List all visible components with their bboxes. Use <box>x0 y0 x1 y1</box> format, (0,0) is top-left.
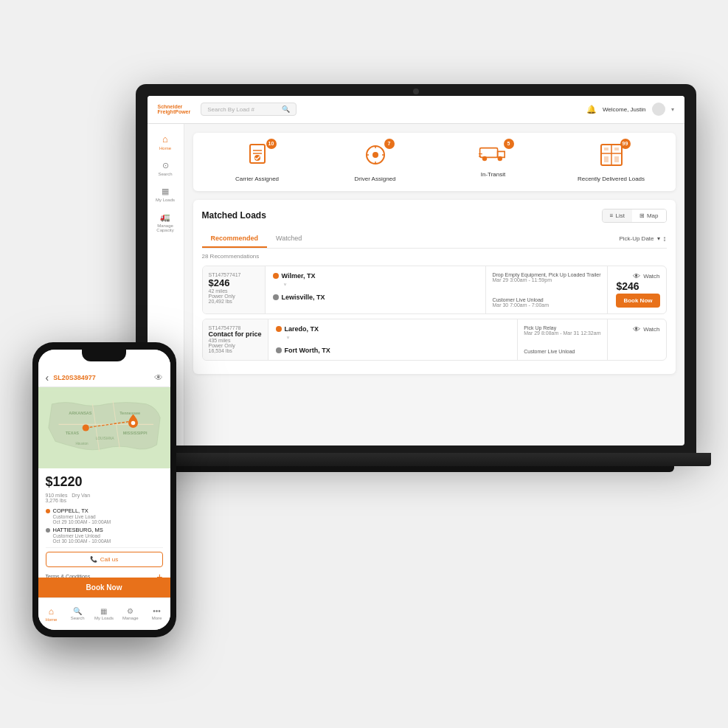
laptop-base <box>121 453 711 466</box>
map-svg: ARKANSAS TEXAS Tennessee MISSISSIPPI Hou… <box>38 387 170 468</box>
status-card-delivered[interactable]: 99 Recently Delivered Loads <box>556 142 667 182</box>
tab-recommended[interactable]: Recommended <box>202 230 268 248</box>
load-weight-2: 16,534 lbs <box>209 348 262 353</box>
load-type-1: Power Only <box>209 294 259 299</box>
sidebar-item-home[interactable]: ⌂ Home <box>148 130 184 154</box>
load-origin-1: Wilmer, TX <box>273 272 479 280</box>
phone-origin-type: Customer Live Load <box>53 514 111 519</box>
load-row-2: ST147547778 Contact for price 435 miles … <box>202 319 667 361</box>
watch-button-2[interactable]: 👁 Watch <box>633 325 659 333</box>
section-header: Matched Loads ≡ List ⊞ Map <box>202 209 667 223</box>
phone-origin-line: COPPELL, TX Customer Live Load Oct 29 10… <box>46 507 163 524</box>
status-cards: 10 Carrier Assigned <box>193 133 676 191</box>
driver-label: Driver Assigned <box>354 176 395 182</box>
dest-dot-2 <box>276 347 282 353</box>
transit-icon-wrap: 5 <box>479 142 508 167</box>
map-view-toggle[interactable]: ⊞ Map <box>632 209 666 222</box>
watch-button-1[interactable]: 👁 Watch <box>633 272 659 280</box>
phone-eye-icon[interactable]: 👁 <box>154 372 163 383</box>
header-right: 🔔 Welcome, Justin ▾ <box>586 103 674 116</box>
terms-plus-icon[interactable]: + <box>156 571 162 578</box>
phone-notch <box>82 350 126 361</box>
load-left-1: ST147577417 $246 42 miles Power Only 20,… <box>203 266 266 313</box>
load-detail-1: Drop Empty Equipment, Pick Up Loaded Tra… <box>492 272 600 277</box>
matched-loads-section: Matched Loads ≡ List ⊞ Map <box>193 200 676 374</box>
origin-dot-2 <box>276 326 282 332</box>
phone-screen: ‹ SL20S384977 👁 <box>38 350 170 630</box>
phone-load-id: SL20S384977 <box>53 374 96 381</box>
expand-icon-1[interactable]: ˅ <box>283 282 287 291</box>
load-right-2: Pick Up Relay Mar 29 8:08am - Mar 31 12:… <box>517 319 606 360</box>
load-row-1: ST147577417 $246 42 miles Power Only 20,… <box>202 266 667 314</box>
phone-map: ARKANSAS TEXAS Tennessee MISSISSIPPI Hou… <box>38 387 170 468</box>
svg-rect-10 <box>479 148 497 157</box>
expand-icon-2[interactable]: ˅ <box>286 336 290 344</box>
phone-nav-more[interactable]: ••• More <box>144 607 170 620</box>
phone-load-details: 910 miles Dry Van3,276 lbs <box>46 493 163 503</box>
status-card-carrier[interactable]: 10 Carrier Assigned <box>202 142 313 182</box>
phone-outer: ‹ SL20S384977 👁 <box>32 342 176 637</box>
load-left-2: ST147547778 Contact for price 435 miles … <box>203 319 268 360</box>
phone-dest-city: HATTIESBURG, MS <box>53 527 111 533</box>
status-card-driver[interactable]: 7 Driver Assigned <box>320 142 431 182</box>
svg-point-11 <box>482 156 486 160</box>
delivered-icon-wrap: 99 <box>598 142 625 171</box>
phone-nav-search[interactable]: 🔍 Search <box>64 607 91 620</box>
phone-dest-info: HATTIESBURG, MS Customer Live Unload Oct… <box>53 527 111 544</box>
tab-watched[interactable]: Watched <box>267 230 311 248</box>
phone-icon: 📞 <box>90 556 97 563</box>
search-box[interactable]: Search By Load # 🔍 <box>201 103 297 116</box>
load-origin-2: Laredo, TX <box>276 325 510 333</box>
phone-nav-manage-icon: ⚙ <box>127 607 134 615</box>
laptop: Schneider FreightPower Search By Load # … <box>136 84 696 615</box>
phone-header: ‹ SL20S384977 👁 <box>38 369 170 387</box>
load-middle-2: Laredo, TX ˅ Fort Worth, TX <box>268 319 518 360</box>
delivered-label: Recently Delivered Loads <box>578 176 645 182</box>
load-type-2: Power Only <box>209 343 262 348</box>
logo-line1: Schneider <box>158 104 191 109</box>
phone-origin-date: Oct 29 10:00AM - 10:00AM <box>53 519 111 524</box>
phone-nav-home[interactable]: ⌂ Home <box>38 606 65 622</box>
load-date1-1: Mar 29 3:00am - 11:59pm <box>492 277 600 282</box>
phone-nav-loads-icon: ▦ <box>100 607 107 615</box>
svg-text:Tennessee: Tennessee <box>119 410 140 415</box>
sidebar-item-search[interactable]: ⊙ Search <box>148 157 184 180</box>
book-now-button-1[interactable]: Book Now <box>616 294 659 308</box>
call-us-button[interactable]: 📞 Call us <box>46 552 163 567</box>
dest-dot-1 <box>273 294 279 300</box>
load-id-1: ST147577417 <box>209 272 259 277</box>
transit-label: In-Transit <box>481 171 506 178</box>
sidebar-item-myloads[interactable]: ▦ My Loads <box>148 183 184 206</box>
recommendations-count: 28 Recommendations <box>202 253 667 260</box>
notification-icon[interactable]: 🔔 <box>586 105 597 114</box>
phone-origin-info: COPPELL, TX Customer Live Load Oct 29 10… <box>53 507 111 524</box>
header-chevron-icon[interactable]: ▾ <box>671 106 674 113</box>
phone-nav-manage[interactable]: ⚙ Manage <box>117 607 144 620</box>
transit-badge: 5 <box>504 139 514 149</box>
load-date1-2: Mar 29 8:08am - Mar 31 12:32am <box>524 330 600 336</box>
app-ui: Schneider FreightPower Search By Load # … <box>148 96 684 446</box>
laptop-foot <box>158 466 674 472</box>
svg-rect-19 <box>614 148 619 150</box>
status-card-transit[interactable]: 5 In-Transit <box>438 142 549 182</box>
user-avatar[interactable] <box>652 103 665 116</box>
phone-book-now-button[interactable]: Book Now <box>38 578 170 597</box>
load-detail2-2: Customer Live Unload <box>524 349 600 354</box>
sidebar-item-manage[interactable]: 🚛 Manage Capacity <box>148 209 184 236</box>
sort-control[interactable]: Pick-Up Date ▾ ↕ <box>619 235 666 243</box>
load-detail-2: Pick Up Relay <box>524 325 600 330</box>
load-id-2: ST147547778 <box>209 325 262 330</box>
search-sidebar-icon: ⊙ <box>162 161 169 170</box>
phone-origin-city: COPPELL, TX <box>53 507 111 514</box>
scene: Schneider FreightPower Search By Load # … <box>32 62 696 667</box>
driver-icon-wrap: 7 <box>362 142 389 171</box>
back-icon[interactable]: ‹ <box>46 372 49 384</box>
watch-eye-icon-1: 👁 <box>633 272 640 280</box>
svg-point-27 <box>82 424 89 431</box>
laptop-notch <box>413 89 419 94</box>
view-toggles: ≡ List ⊞ Map <box>602 209 667 223</box>
main-content: 10 Carrier Assigned <box>184 124 684 446</box>
phone-nav-myloads[interactable]: ▦ My Loads <box>91 607 117 620</box>
phone-dest-dot <box>46 528 50 533</box>
list-view-toggle[interactable]: ≡ List <box>603 209 632 222</box>
